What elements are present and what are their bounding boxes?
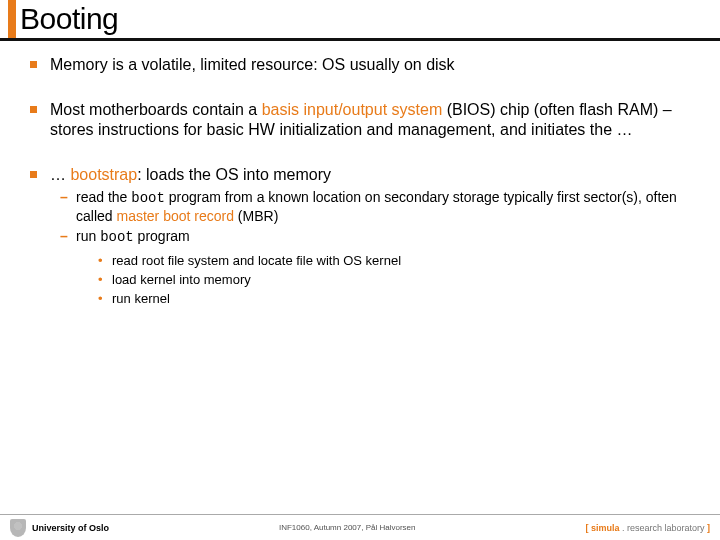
bullet-item: … bootstrap: loads the OS into memory re… bbox=[30, 165, 690, 307]
footer-right: [ simula . research laboratory ] bbox=[585, 523, 710, 533]
sub-bullet-item: run boot program read root file system a… bbox=[60, 228, 690, 307]
footer-left: University of Oslo bbox=[10, 519, 109, 537]
sub-bullet-item: read the boot program from a known locat… bbox=[60, 189, 690, 225]
sub-list: read the boot program from a known locat… bbox=[50, 189, 690, 307]
square-bullet-icon bbox=[30, 106, 37, 113]
footer-center-text: INF1060, Autumn 2007, Pål Halvorsen bbox=[279, 523, 416, 532]
slide-footer: University of Oslo INF1060, Autumn 2007,… bbox=[0, 514, 720, 540]
bullet-item: Memory is a volatile, limited resource: … bbox=[30, 55, 690, 75]
bullet-text: Memory is a volatile, limited resource: … bbox=[50, 56, 455, 73]
footer-left-text: University of Oslo bbox=[32, 523, 109, 533]
slide-body: Memory is a volatile, limited resource: … bbox=[0, 41, 720, 307]
bullet-item: Most motherboards contain a basis input/… bbox=[30, 100, 690, 140]
bullet-text: Most motherboards contain a basis input/… bbox=[50, 101, 672, 138]
university-crest-icon bbox=[10, 519, 26, 537]
sub-sub-bullet-item: read root file system and locate file wi… bbox=[98, 253, 690, 269]
square-bullet-icon bbox=[30, 171, 37, 178]
bullet-text: … bootstrap: loads the OS into memory bbox=[50, 166, 331, 183]
accent-bar-icon bbox=[8, 0, 16, 38]
sub-sub-bullet-item: run kernel bbox=[98, 291, 690, 307]
slide-title: Booting bbox=[20, 2, 720, 36]
square-bullet-icon bbox=[30, 61, 37, 68]
sub-sub-bullet-item: load kernel into memory bbox=[98, 272, 690, 288]
sub-sub-list: read root file system and locate file wi… bbox=[76, 253, 690, 308]
slide-title-bar: Booting bbox=[0, 0, 720, 41]
